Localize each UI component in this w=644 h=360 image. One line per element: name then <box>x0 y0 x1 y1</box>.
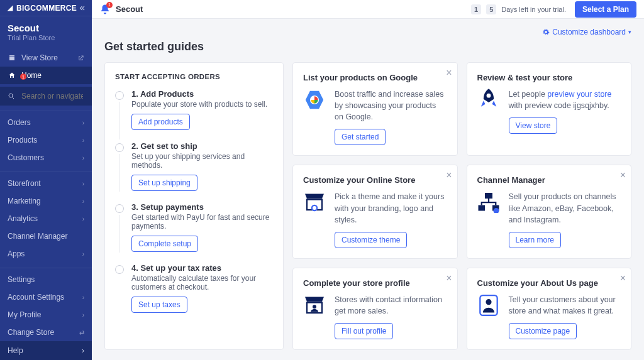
svg-rect-6 <box>478 205 485 211</box>
step-desc: Populate your store with products to sel… <box>131 100 267 109</box>
customize-theme-button[interactable]: Customize theme <box>335 232 407 248</box>
notifications-badge: 1 <box>106 2 113 8</box>
chevron-down-icon: ▾ <box>628 29 631 35</box>
sidebar-bottom: Help › <box>0 341 92 360</box>
fill-out-profile-button[interactable]: Fill out profile <box>335 323 393 339</box>
step-taxes: 4. Set up your tax rates Automatically c… <box>115 263 273 313</box>
preview-store-link[interactable]: preview your store <box>547 90 611 99</box>
sidebar-orders[interactable]: Orders› <box>0 114 92 131</box>
step-title: 3. Setup payments <box>131 202 273 212</box>
step-bullet <box>115 204 124 213</box>
guides-heading: Get started guides <box>104 40 631 53</box>
google-get-started-button[interactable]: Get started <box>335 129 386 145</box>
step-bullet <box>115 91 124 100</box>
setup-taxes-button[interactable]: Set up taxes <box>131 297 187 313</box>
page-title: Secout <box>116 4 143 14</box>
customize-dashboard-link[interactable]: Customize dashboard ▾ <box>542 28 631 36</box>
close-icon[interactable]: × <box>620 170 626 180</box>
step-title: 2. Get set to ship <box>131 141 273 151</box>
review-post: with preview code ijgsqjxhby. <box>509 101 609 110</box>
sidebar-help[interactable]: Help › <box>0 341 92 360</box>
step-add-products: 1. Add Products Populate your store with… <box>115 89 273 130</box>
sidebar-item-label: Customers <box>8 153 44 162</box>
google-icon <box>303 89 326 111</box>
trial-days-left-1: 1 <box>471 4 481 14</box>
close-icon[interactable]: × <box>446 68 452 78</box>
search-input[interactable] <box>20 91 84 101</box>
customize-about-button[interactable]: Customize page <box>509 323 577 339</box>
sidebar-change-store[interactable]: Change Store⇄ <box>0 324 92 341</box>
sidebar-apps[interactable]: Apps› <box>0 245 92 263</box>
logo-icon <box>6 4 14 12</box>
sidebar-item-label: View Store <box>21 53 58 62</box>
external-icon <box>77 55 84 62</box>
review-pre: Let people <box>509 90 548 99</box>
channel-icon <box>477 191 500 214</box>
sidebar-home[interactable]: 1 Home <box>0 67 92 84</box>
sidebar-marketing[interactable]: Marketing› <box>0 192 92 210</box>
card-text: Sell your products on channels like Amaz… <box>509 191 621 225</box>
card-title: Customize your About Us page <box>477 278 621 288</box>
home-badge: 1 <box>20 74 26 80</box>
profile-card: × Complete your store profile Stores wit… <box>292 268 458 350</box>
add-products-button[interactable]: Add products <box>131 114 190 130</box>
sidebar-item-label: Storefront <box>8 179 41 188</box>
sidebar-customers[interactable]: Customers› <box>0 149 92 166</box>
setup-shipping-button[interactable]: Set up shipping <box>131 175 197 191</box>
close-icon[interactable]: × <box>620 273 626 283</box>
step-desc: Set up your shipping services and method… <box>131 152 273 170</box>
gear-icon <box>542 28 550 36</box>
swap-icon: ⇄ <box>79 329 84 336</box>
collapse-sidebar-icon[interactable] <box>77 4 86 13</box>
trial-days-left-2: 5 <box>486 4 496 14</box>
card-text: Let people preview your store with previ… <box>509 89 621 111</box>
card-title: Customize your Online Store <box>303 175 447 185</box>
sidebar-view-store[interactable]: View Store <box>0 49 92 67</box>
svg-point-12 <box>486 299 491 305</box>
card-text: Stores with contact information get more… <box>335 294 447 317</box>
view-store-button[interactable]: View store <box>509 117 558 134</box>
step-shipping: 2. Get set to ship Set up your shipping … <box>115 141 273 191</box>
topbar: 1 Secout 1 5 Days left in your trial. Se… <box>92 0 644 19</box>
home-icon: 1 <box>8 71 16 80</box>
sidebar-analytics[interactable]: Analytics› <box>0 210 92 227</box>
sidebar-search[interactable] <box>0 87 92 106</box>
sidebar-item-label: Change Store <box>8 328 54 337</box>
select-plan-button[interactable]: Select a Plan <box>575 1 636 18</box>
sidebar: BIGCOMMERCE Secout Trial Plan Store View… <box>0 0 92 360</box>
store-plan: Trial Plan Store <box>8 34 84 41</box>
sidebar-item-label: Apps <box>8 249 25 258</box>
step-desc: Get started with PayU for fast and secur… <box>131 213 273 231</box>
learn-more-button[interactable]: Learn more <box>509 232 561 248</box>
sidebar-item-label: Marketing <box>8 197 41 205</box>
card-title: Review & test your store <box>477 73 621 82</box>
close-icon[interactable]: × <box>446 273 452 283</box>
sidebar-account-settings[interactable]: Account Settings› <box>0 288 92 306</box>
store-icon <box>8 53 16 62</box>
step-payments: 3. Setup payments Get started with PayU … <box>115 202 273 252</box>
sidebar-item-label: Account Settings <box>8 293 64 302</box>
search-icon <box>8 92 15 100</box>
card-text: Tell your customers about your store and… <box>509 294 621 317</box>
notifications-button[interactable]: 1 <box>99 4 111 15</box>
chevron-right-icon: › <box>82 155 84 161</box>
sidebar-settings[interactable]: Settings <box>0 271 92 288</box>
chevron-right-icon: › <box>82 251 84 258</box>
sidebar-storefront[interactable]: Storefront› <box>0 175 92 192</box>
customize-dashboard-label: Customize dashboard <box>552 28 626 36</box>
chevron-right-icon: › <box>82 180 84 187</box>
sidebar-header: BIGCOMMERCE <box>0 0 92 16</box>
sidebar-channel-manager[interactable]: Channel Manager <box>0 227 92 245</box>
sidebar-item-label: Help <box>8 346 23 355</box>
rocket-icon <box>477 89 500 111</box>
sidebar-my-profile[interactable]: My Profile› <box>0 306 92 324</box>
sidebar-group-commerce: Orders› Products› Customers› <box>0 111 92 166</box>
sidebar-products[interactable]: Products› <box>0 131 92 149</box>
complete-setup-button[interactable]: Complete setup <box>131 236 198 252</box>
close-icon[interactable]: × <box>446 170 452 180</box>
about-card: × Customize your About Us page Tell your… <box>467 268 632 350</box>
step-bullet <box>115 143 124 152</box>
about-icon <box>477 294 500 317</box>
card-title: Channel Manager <box>477 175 621 185</box>
card-text: Boost traffic and increase sales by show… <box>335 89 447 123</box>
